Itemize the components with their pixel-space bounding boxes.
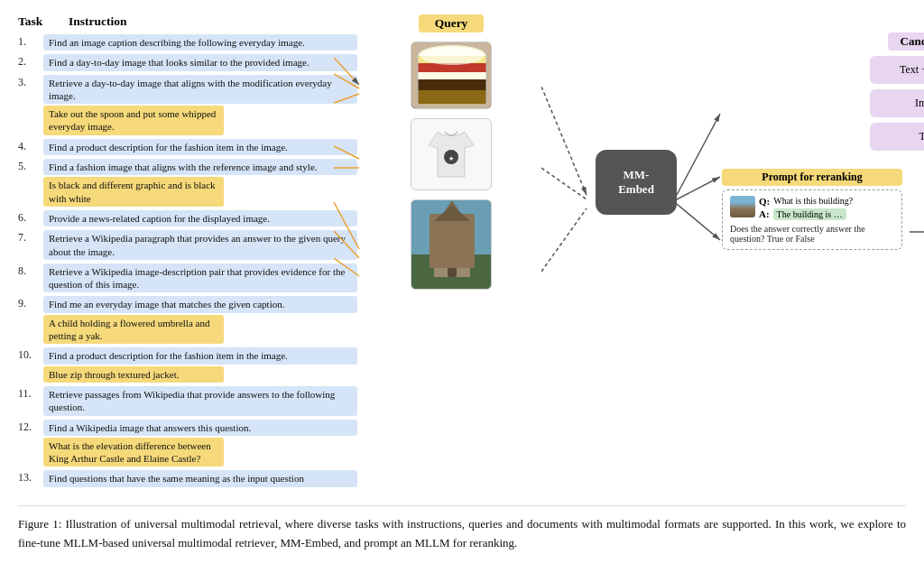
svg-rect-13: [418, 63, 486, 72]
svg-point-22: [434, 217, 470, 238]
prompt-q-row: Q: What is this building? A: The buildin…: [730, 196, 894, 220]
q-text: What is this building?: [773, 196, 853, 206]
list-item: 7. Retrieve a Wikipedia paragraph that p…: [18, 230, 357, 260]
prompt-to-zeroshot-arrow: [910, 196, 924, 268]
figure-caption: Figure 1: Illustration of universal mult…: [18, 505, 906, 553]
svg-rect-23: [446, 209, 458, 229]
query-images-container: ★: [411, 42, 492, 290]
building-svg: [411, 200, 492, 290]
task-header: Task Instruction: [18, 14, 357, 29]
svg-rect-28: [448, 265, 457, 277]
list-item: 6. Provide a news-related caption for th…: [18, 210, 357, 226]
prompt-check-text: Does the answer correctly answer the que…: [730, 224, 894, 244]
candidate-text: Text: [870, 123, 924, 151]
main-container: Task Instruction 1. Find an image captio…: [18, 14, 906, 552]
svg-text:★: ★: [448, 155, 454, 162]
svg-rect-27: [457, 253, 465, 262]
task-col-header: Task: [18, 14, 51, 29]
svg-rect-24: [439, 236, 447, 245]
shirt-image: ★: [411, 118, 492, 190]
prompt-section: Prompt for reranking Q: What is this bui…: [722, 169, 902, 250]
svg-line-35: [677, 177, 720, 199]
svg-rect-14: [418, 72, 486, 79]
reranking-section: Prompt for reranking Q: What is this bui…: [722, 169, 924, 268]
svg-line-34: [677, 114, 720, 195]
svg-point-11: [420, 47, 484, 65]
task-arrows-svg: [334, 42, 361, 330]
query-header: Query: [419, 14, 485, 32]
instruction-col-header: Instruction: [69, 14, 127, 29]
list-item: 11. Retrieve passages from Wikipedia tha…: [18, 386, 357, 416]
candidate-image: Image: [870, 89, 924, 117]
prompt-header: Prompt for reranking: [722, 169, 902, 186]
mme-to-candidates-arrows: [677, 42, 722, 384]
candidates-section: Candidates Text + Image Image Text: [722, 32, 924, 151]
building-image-wrap: What is this building?: [411, 199, 492, 290]
svg-rect-25: [457, 236, 465, 245]
svg-line-7: [334, 231, 359, 258]
svg-line-31: [541, 168, 587, 199]
svg-line-3: [334, 94, 359, 103]
list-item: 9. Find me an everyday image that matche…: [18, 296, 357, 344]
svg-line-32: [541, 208, 587, 272]
q-label: Q:: [759, 196, 770, 207]
query-to-mme-arrows: [541, 42, 596, 384]
task-section: Task Instruction 1. Find an image captio…: [18, 14, 361, 491]
list-item: 4. Find a product description for the fa…: [18, 139, 357, 155]
list-item: 5. Find a fashion image that aligns with…: [18, 159, 357, 207]
mm-embed-box: MM-Embed: [596, 150, 677, 215]
list-item: 3. Retrieve a day-to-day image that alig…: [18, 75, 357, 135]
food-image: [411, 42, 492, 109]
candidate-text-image: Text + Image: [870, 56, 924, 84]
list-item: 12. Find a Wikipedia image that answers …: [18, 420, 357, 467]
food-image-wrap: [411, 42, 492, 109]
svg-line-36: [677, 204, 720, 240]
query-section: Query: [361, 14, 541, 290]
prompt-box: Q: What is this building? A: The buildin…: [722, 189, 902, 250]
svg-rect-12: [418, 56, 486, 63]
list-item: 1. Find an image caption describing the …: [18, 34, 357, 51]
food-svg: [411, 42, 492, 109]
list-item: 10. Find a product description for the f…: [18, 347, 357, 383]
svg-line-30: [541, 87, 587, 195]
svg-rect-16: [418, 90, 486, 104]
building-image: What is this building?: [411, 199, 492, 290]
list-item: 13. Find questions that have the same me…: [18, 470, 357, 486]
candidates-header: Candidates: [888, 32, 924, 51]
svg-line-6: [334, 202, 359, 249]
svg-rect-15: [418, 79, 486, 90]
svg-line-8: [334, 258, 359, 276]
diagram: Task Instruction 1. Find an image captio…: [18, 14, 906, 491]
mm-embed-section: MM-Embed: [596, 14, 677, 215]
small-building-img: [730, 196, 755, 217]
list-item: 8. Retrieve a Wikipedia image-descriptio…: [18, 263, 357, 293]
shirt-image-wrap: ★: [411, 118, 492, 190]
shirt-svg: ★: [420, 123, 483, 186]
svg-rect-26: [439, 253, 447, 262]
svg-line-4: [334, 146, 359, 159]
answer-fill: The building is …: [773, 208, 846, 220]
a-label: A:: [759, 208, 770, 219]
right-panel: Candidates Text + Image Image Text Promp…: [722, 14, 924, 268]
list-item: 2. Find a day-to-day image that looks si…: [18, 54, 357, 70]
